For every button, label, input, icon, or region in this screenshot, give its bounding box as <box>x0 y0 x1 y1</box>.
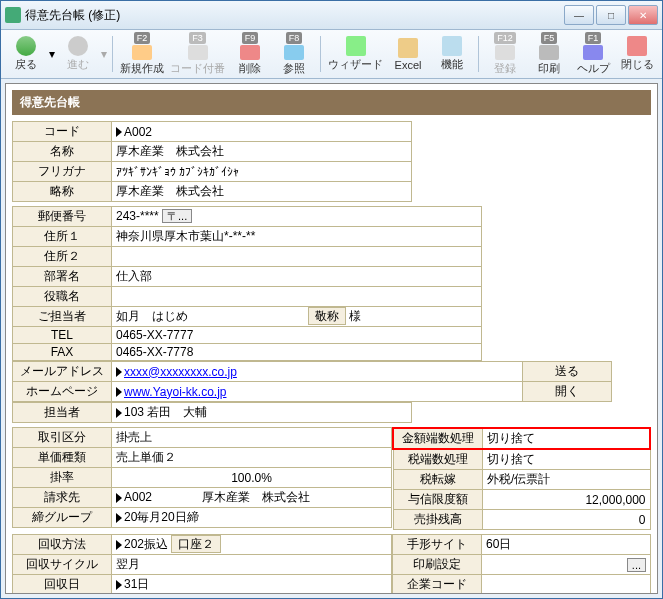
price-type-field[interactable]: 売上単価２ <box>112 448 392 468</box>
tax-round-label: 税端数処理 <box>393 449 483 470</box>
mail-field[interactable]: xxxx@xxxxxxxx.co.jp <box>112 362 523 382</box>
balance-label: 売掛残高 <box>393 510 483 530</box>
close-group-label: 締グループ <box>13 508 112 528</box>
func-icon <box>442 36 462 56</box>
wizard-button[interactable]: ウィザード <box>326 32 385 76</box>
acct-label: 口座２ <box>171 535 221 553</box>
print-setting-label: 印刷設定 <box>393 555 482 575</box>
name-field[interactable]: 厚木産業 株式会社 <box>112 142 412 162</box>
dropdown-icon[interactable]: ▾ <box>49 47 55 61</box>
fax-label: FAX <box>13 344 112 361</box>
addr2-field[interactable] <box>112 247 482 267</box>
kana-label: フリガナ <box>13 162 112 182</box>
print-setting-field[interactable]: ... <box>482 555 651 575</box>
dropdown-icon: ▾ <box>101 47 107 61</box>
amount-round-field[interactable]: 切り捨て <box>483 428 651 449</box>
role-label: 役職名 <box>13 287 112 307</box>
billto-label: 請求先 <box>13 488 112 508</box>
titlebar: 得意先台帳 (修正) — □ ✕ <box>1 1 662 30</box>
code-field[interactable]: A002 <box>112 122 412 142</box>
code-button: F3コード付番 <box>168 32 227 76</box>
app-icon <box>5 7 21 23</box>
corp-code-field[interactable] <box>482 575 651 595</box>
addr1-field[interactable]: 神奈川県厚木市葉山*-**-** <box>112 227 482 247</box>
wizard-icon <box>346 36 366 56</box>
collect-cycle-field[interactable]: 翌月 <box>112 555 392 575</box>
balance-field[interactable]: 0 <box>483 510 651 530</box>
help-button[interactable]: F1ヘルプ <box>572 32 614 76</box>
forward-icon <box>68 36 88 56</box>
rate-field[interactable]: 100.0% <box>112 468 392 488</box>
dept-label: 部署名 <box>13 267 112 287</box>
dept-field[interactable]: 仕入部 <box>112 267 482 287</box>
excel-button[interactable]: Excel <box>387 32 429 76</box>
code-label: コード <box>13 122 112 142</box>
close-window-button[interactable]: 閉じる <box>616 32 658 76</box>
collect-cycle-label: 回収サイクル <box>13 555 112 575</box>
role-field[interactable] <box>112 287 482 307</box>
back-icon <box>16 36 36 56</box>
credit-label: 与信限度額 <box>393 490 483 510</box>
open-button[interactable]: 開く <box>523 382 612 402</box>
register-button: F12登録 <box>484 32 526 76</box>
tax-shift-label: 税転嫁 <box>393 470 483 490</box>
mail-label: メールアドレス <box>13 362 112 382</box>
hp-label: ホームページ <box>13 382 112 402</box>
name-label: 名称 <box>13 142 112 162</box>
person-label: ご担当者 <box>13 307 112 327</box>
page-title: 得意先台帳 <box>12 90 651 115</box>
person-field[interactable]: 如月 はじめ敬称 様 <box>112 307 482 327</box>
abbr-label: 略称 <box>13 182 112 202</box>
new-button[interactable]: F2新規作成 <box>118 32 166 76</box>
zip-lookup-button[interactable]: 〒... <box>162 209 192 223</box>
rep-label: 担当者 <box>13 403 112 423</box>
addr1-label: 住所１ <box>13 227 112 247</box>
close-button[interactable]: ✕ <box>628 5 658 25</box>
maximize-button[interactable]: □ <box>596 5 626 25</box>
honor-label: 敬称 <box>308 307 346 325</box>
hp-link[interactable]: www.Yayoi-kk.co.jp <box>124 385 226 399</box>
zip-field[interactable]: 243-**** 〒... <box>112 207 482 227</box>
toolbar: 戻る ▾ 進む ▾ F2新規作成 F3コード付番 F9削除 F8参照 ウィザード… <box>1 30 662 79</box>
fax-field[interactable]: 0465-XX-7778 <box>112 344 482 361</box>
window-title: 得意先台帳 (修正) <box>25 7 564 24</box>
func-button[interactable]: 機能 <box>431 32 473 76</box>
trade-type-field[interactable]: 掛売上 <box>112 428 392 448</box>
mail-link[interactable]: xxxx@xxxxxxxx.co.jp <box>124 365 237 379</box>
forward-button: 進む <box>57 32 99 76</box>
collect-day-label: 回収日 <box>13 575 112 595</box>
print-setting-button[interactable]: ... <box>627 558 646 572</box>
client-area: 得意先台帳 コードA002 名称厚木産業 株式会社 フリガナｱﾂｷﾞｻﾝｷﾞｮｳ… <box>5 83 658 594</box>
price-type-label: 単価種類 <box>13 448 112 468</box>
addr2-label: 住所２ <box>13 247 112 267</box>
tel-label: TEL <box>13 327 112 344</box>
tel-field[interactable]: 0465-XX-7777 <box>112 327 482 344</box>
ref-button[interactable]: F8参照 <box>273 32 315 76</box>
trade-type-label: 取引区分 <box>13 428 112 448</box>
collect-method-label: 回収方法 <box>13 535 112 555</box>
print-button[interactable]: F5印刷 <box>528 32 570 76</box>
credit-field[interactable]: 12,000,000 <box>483 490 651 510</box>
rep-field[interactable]: 103 若田 大輔 <box>112 403 412 423</box>
bill-site-field[interactable]: 60日 <box>482 535 651 555</box>
excel-icon <box>398 38 418 58</box>
send-button[interactable]: 送る <box>523 362 612 382</box>
amount-round-label: 金額端数処理 <box>393 428 483 449</box>
bill-site-label: 手形サイト <box>393 535 482 555</box>
abbr-field[interactable]: 厚木産業 株式会社 <box>112 182 412 202</box>
delete-button[interactable]: F9削除 <box>229 32 271 76</box>
close-group-field[interactable]: 20毎月20日締 <box>112 508 392 528</box>
collect-method-field[interactable]: 202振込 口座２ <box>112 535 392 555</box>
hp-field[interactable]: www.Yayoi-kk.co.jp <box>112 382 523 402</box>
minimize-button[interactable]: — <box>564 5 594 25</box>
rate-label: 掛率 <box>13 468 112 488</box>
close-icon <box>627 36 647 56</box>
collect-day-field[interactable]: 31日 <box>112 575 392 595</box>
back-button[interactable]: 戻る <box>5 32 47 76</box>
corp-code-label: 企業コード <box>393 575 482 595</box>
tax-shift-field[interactable]: 外税/伝票計 <box>483 470 651 490</box>
billto-field[interactable]: A002厚木産業 株式会社 <box>112 488 392 508</box>
tax-round-field[interactable]: 切り捨て <box>483 449 651 470</box>
zip-label: 郵便番号 <box>13 207 112 227</box>
kana-field[interactable]: ｱﾂｷﾞｻﾝｷﾞｮｳ ｶﾌﾞｼｷｶﾞｲｼｬ <box>112 162 412 182</box>
